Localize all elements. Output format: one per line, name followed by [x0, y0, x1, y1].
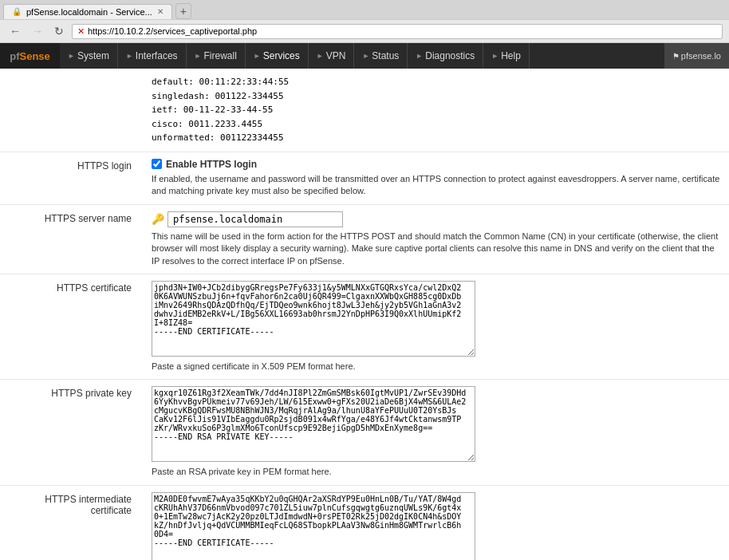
nav-services-arrow: ► [254, 52, 261, 60]
security-icon: ✕ [77, 26, 85, 37]
https-certificate-row: HTTPS certificate jphd3N+IW0+JCb2dibygGR… [0, 274, 729, 379]
url-text: https://10.10.2.2/services_captiveportal… [88, 26, 717, 36]
nav-system-arrow: ► [68, 52, 75, 60]
https-server-name-input[interactable] [167, 211, 343, 227]
tab-bar: 🔒 pfSense.localdomain - Service... ✕ + [0, 0, 729, 19]
mac-format-line-4: cisco: 0011.2233.4455 [152, 117, 721, 132]
https-certificate-textarea[interactable]: jphd3N+IW0+JCb2dibygGRregsPe7Fy633j1&y5W… [152, 281, 475, 357]
nav-help-label: Help [501, 50, 521, 61]
nav-firewall[interactable]: ► Firewall [187, 43, 246, 69]
mac-formats-cell: default: 00:11:22:33:44:55 singledash: 0… [144, 69, 729, 152]
https-certificate-help: Paste a signed certificate in X.509 PEM … [152, 361, 721, 373]
tab-title: pfSense.localdomain - Service... [26, 7, 152, 17]
https-login-checkbox[interactable] [152, 159, 162, 169]
mac-formats-label [0, 69, 144, 152]
https-private-key-row: HTTPS private key kgxqr10Z61Rg3f2XeamTWk… [0, 380, 729, 485]
nav-interfaces[interactable]: ► Interfaces [118, 43, 187, 69]
browser-chrome: 🔒 pfSense.localdomain - Service... ✕ + ←… [0, 0, 729, 43]
https-intermediate-cert-cell: M2A0DE0fwvmE7wAya35qKKbY2u0qGHQAr2aXSRdY… [144, 485, 729, 560]
nav-diagnostics-label: Diagnostics [425, 50, 475, 61]
mac-formats-row: default: 00:11:22:33:44:55 singledash: 0… [0, 69, 729, 152]
https-intermediate-cert-row: HTTPS intermediate certificate M2A0DE0fw… [0, 485, 729, 560]
https-login-cell: Enable HTTPS login If enabled, the usern… [144, 152, 729, 204]
https-login-help: If enabled, the username and password wi… [152, 173, 721, 198]
nav-services[interactable]: ► Services [246, 43, 309, 69]
nav-status-label: Status [372, 50, 399, 61]
https-login-checkbox-label: Enable HTTPS login [166, 159, 257, 170]
tab-close-button[interactable]: ✕ [157, 7, 164, 16]
active-tab[interactable]: 🔒 pfSense.localdomain - Service... ✕ [3, 4, 172, 19]
nav-system-label: System [77, 50, 109, 61]
https-intermediate-cert-textarea[interactable]: M2A0DE0fwvmE7wAya35qKKbY2u0qGHQAr2aXSRdY… [152, 492, 475, 560]
https-private-key-label: HTTPS private key [0, 380, 144, 485]
https-private-key-help: Paste an RSA private key in PEM format h… [152, 466, 721, 478]
https-certificate-label: HTTPS certificate [0, 274, 144, 379]
nav-vpn[interactable]: ► VPN [309, 43, 355, 69]
nav-interfaces-arrow: ► [126, 52, 133, 60]
nav-hostname: pfsense.lo [681, 51, 721, 61]
nav-help-arrow: ► [491, 52, 498, 60]
nav-right-text: ⚑ pfsense.lo [664, 43, 729, 69]
https-login-row: HTTPS login Enable HTTPS login If enable… [0, 152, 729, 204]
https-certificate-cell: jphd3N+IW0+JCb2dibygGRregsPe7Fy633j1&y5W… [144, 274, 729, 379]
https-server-name-help: This name will be used in the form actio… [152, 231, 721, 267]
mac-format-line-5: unformatted: 001122334455 [152, 131, 721, 145]
nav-interfaces-label: Interfaces [136, 50, 178, 61]
server-name-icon: 🔑 [152, 213, 164, 225]
nav-vpn-label: VPN [326, 50, 346, 61]
address-bar: ← → ↻ ✕ https://10.10.2.2/services_capti… [0, 19, 729, 42]
new-tab-button[interactable]: + [175, 3, 191, 19]
nav-diagnostics-arrow: ► [416, 52, 423, 60]
https-server-name-label: HTTPS server name [0, 204, 144, 274]
logo-sense: Sense [19, 50, 49, 62]
form-table: default: 00:11:22:33:44:55 singledash: 0… [0, 69, 729, 560]
nav-firewall-label: Firewall [203, 50, 236, 61]
logo-pf: pf [10, 50, 19, 62]
mac-format-line-3: ietf: 00-11-22-33-44-55 [152, 103, 721, 117]
nav-help[interactable]: ► Help [483, 43, 530, 69]
https-server-name-row: HTTPS server name 🔑 This name will be us… [0, 204, 729, 274]
nav-right-icon: ⚑ [672, 52, 680, 61]
mac-format-line-2: singledash: 001122-334455 [152, 89, 721, 104]
forward-button[interactable]: → [29, 23, 46, 39]
https-private-key-cell: kgxqr10Z61Rg3f2XeamTWk/7dd4nJI8Pl2ZmGmSM… [144, 380, 729, 485]
nav-system[interactable]: ► System [60, 43, 118, 69]
main-content: default: 00:11:22:33:44:55 singledash: 0… [0, 69, 729, 560]
pfsense-logo[interactable]: pfSense [0, 43, 60, 69]
nav-services-label: Services [263, 50, 300, 61]
nav-firewall-arrow: ► [195, 52, 202, 60]
https-login-checkbox-row: Enable HTTPS login [152, 159, 721, 170]
reload-button[interactable]: ↻ [51, 23, 67, 39]
nav-diagnostics[interactable]: ► Diagnostics [408, 43, 483, 69]
back-button[interactable]: ← [6, 23, 24, 39]
nav-status[interactable]: ► Status [354, 43, 408, 69]
nav-status-arrow: ► [362, 52, 369, 60]
mac-format-line-1: default: 00:11:22:33:44:55 [152, 75, 721, 89]
https-private-key-textarea[interactable]: kgxqr10Z61Rg3f2XeamTWk/7dd4nJI8Pl2ZmGmSM… [152, 386, 475, 462]
nav-vpn-arrow: ► [317, 52, 324, 60]
address-box[interactable]: ✕ https://10.10.2.2/services_captiveport… [72, 24, 723, 39]
mac-format-text: default: 00:11:22:33:44:55 singledash: 0… [152, 75, 721, 145]
https-intermediate-cert-label: HTTPS intermediate certificate [0, 485, 144, 560]
https-server-name-cell: 🔑 This name will be used in the form act… [144, 204, 729, 274]
navbar: pfSense ► System ► Interfaces ► Firewall… [0, 43, 729, 69]
nav-items: ► System ► Interfaces ► Firewall ► Servi… [60, 43, 664, 69]
tab-favicon: 🔒 [12, 7, 22, 16]
https-login-label: HTTPS login [0, 152, 144, 204]
